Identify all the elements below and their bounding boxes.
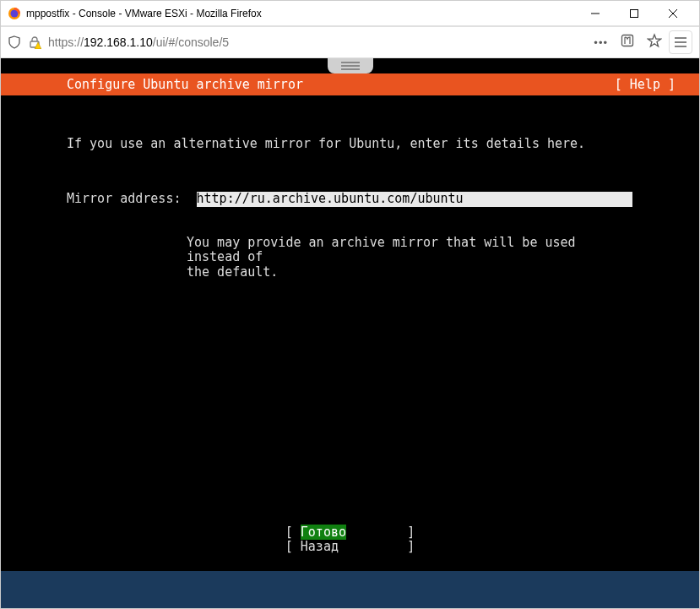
firefox-icon: [8, 7, 21, 20]
mirror-help-text: You may provide an archive mirror that w…: [187, 236, 626, 280]
lock-warning-icon[interactable]: [28, 35, 41, 49]
svg-rect-3: [631, 9, 638, 17]
installer-header: Configure Ubuntu archive mirror [ Help ]: [1, 73, 699, 95]
window-controls: [576, 1, 692, 26]
help-button[interactable]: [ Help ]: [615, 77, 676, 92]
svg-rect-7: [622, 35, 633, 46]
console-viewport[interactable]: Configure Ubuntu archive mirror [ Help ]…: [1, 58, 699, 608]
installer-title: Configure Ubuntu archive mirror: [67, 77, 303, 92]
intro-text: If you use an alternative mirror for Ubu…: [67, 137, 676, 151]
menu-button[interactable]: [669, 30, 692, 54]
firefox-window: mppostfix - Console - VMware ESXi - Mozi…: [0, 0, 700, 609]
installer-buttons: [ Готово ] [ Назад ]: [1, 525, 699, 555]
url-bar[interactable]: https://192.168.1.10/ui/#/console/5: [48, 35, 587, 49]
reader-icon[interactable]: [620, 33, 635, 52]
close-button[interactable]: [654, 1, 692, 26]
console-footer: [1, 571, 699, 608]
titlebar: mppostfix - Console - VMware ESXi - Mozi…: [1, 1, 699, 26]
page-actions-icon[interactable]: •••: [594, 36, 608, 49]
console-top-strip: [1, 58, 699, 73]
minimize-button[interactable]: [576, 1, 615, 26]
url-text: https://192.168.1.10/ui/#/console/5: [48, 35, 229, 49]
mirror-row: Mirror address: http://ru.archive.ubuntu…: [67, 192, 676, 206]
console-drag-handle-icon[interactable]: [328, 58, 373, 73]
done-button[interactable]: [ Готово ]: [285, 525, 415, 540]
bookmark-star-icon[interactable]: [647, 33, 662, 52]
address-bar-actions: •••: [594, 33, 662, 52]
window-title: mppostfix - Console - VMware ESXi - Mozi…: [26, 8, 576, 19]
maximize-button[interactable]: [615, 1, 654, 26]
mirror-address-input[interactable]: http://ru.archive.ubuntu.com/ubuntu: [197, 192, 632, 206]
back-button[interactable]: [ Назад ]: [285, 540, 415, 554]
mirror-label: Mirror address:: [67, 192, 197, 206]
installer-body: If you use an alternative mirror for Ubu…: [1, 95, 699, 571]
address-bar-row: https://192.168.1.10/ui/#/console/5 •••: [1, 26, 699, 58]
shield-icon[interactable]: [8, 35, 21, 49]
